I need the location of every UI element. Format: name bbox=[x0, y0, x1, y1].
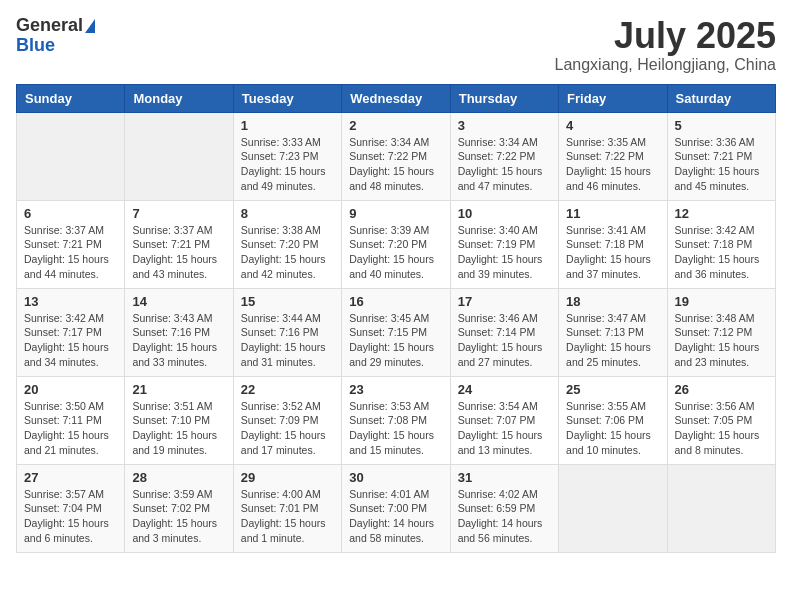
day-number: 6 bbox=[24, 206, 117, 221]
calendar-cell: 23Sunrise: 3:53 AM Sunset: 7:08 PM Dayli… bbox=[342, 376, 450, 464]
calendar-cell: 27Sunrise: 3:57 AM Sunset: 7:04 PM Dayli… bbox=[17, 464, 125, 552]
calendar-header-wednesday: Wednesday bbox=[342, 84, 450, 112]
calendar-cell: 3Sunrise: 3:34 AM Sunset: 7:22 PM Daylig… bbox=[450, 112, 558, 200]
calendar-header-monday: Monday bbox=[125, 84, 233, 112]
day-info: Sunrise: 4:02 AM Sunset: 6:59 PM Dayligh… bbox=[458, 487, 551, 546]
calendar-cell: 28Sunrise: 3:59 AM Sunset: 7:02 PM Dayli… bbox=[125, 464, 233, 552]
title-block: July 2025 Langxiang, Heilongjiang, China bbox=[555, 16, 777, 74]
day-info: Sunrise: 3:44 AM Sunset: 7:16 PM Dayligh… bbox=[241, 311, 334, 370]
logo-general-text: General bbox=[16, 16, 83, 36]
calendar-header-sunday: Sunday bbox=[17, 84, 125, 112]
day-number: 22 bbox=[241, 382, 334, 397]
logo-triangle-icon bbox=[85, 19, 95, 33]
calendar-cell: 25Sunrise: 3:55 AM Sunset: 7:06 PM Dayli… bbox=[559, 376, 667, 464]
calendar-cell: 12Sunrise: 3:42 AM Sunset: 7:18 PM Dayli… bbox=[667, 200, 775, 288]
day-number: 17 bbox=[458, 294, 551, 309]
location-subtitle: Langxiang, Heilongjiang, China bbox=[555, 56, 777, 74]
calendar-cell: 31Sunrise: 4:02 AM Sunset: 6:59 PM Dayli… bbox=[450, 464, 558, 552]
calendar-cell: 7Sunrise: 3:37 AM Sunset: 7:21 PM Daylig… bbox=[125, 200, 233, 288]
day-number: 9 bbox=[349, 206, 442, 221]
day-info: Sunrise: 3:37 AM Sunset: 7:21 PM Dayligh… bbox=[132, 223, 225, 282]
day-info: Sunrise: 3:47 AM Sunset: 7:13 PM Dayligh… bbox=[566, 311, 659, 370]
day-number: 1 bbox=[241, 118, 334, 133]
calendar-week-row: 6Sunrise: 3:37 AM Sunset: 7:21 PM Daylig… bbox=[17, 200, 776, 288]
day-info: Sunrise: 3:43 AM Sunset: 7:16 PM Dayligh… bbox=[132, 311, 225, 370]
logo: General Blue bbox=[16, 16, 95, 56]
day-info: Sunrise: 3:42 AM Sunset: 7:17 PM Dayligh… bbox=[24, 311, 117, 370]
calendar-cell: 8Sunrise: 3:38 AM Sunset: 7:20 PM Daylig… bbox=[233, 200, 341, 288]
calendar-cell: 21Sunrise: 3:51 AM Sunset: 7:10 PM Dayli… bbox=[125, 376, 233, 464]
day-info: Sunrise: 3:48 AM Sunset: 7:12 PM Dayligh… bbox=[675, 311, 768, 370]
calendar-header-saturday: Saturday bbox=[667, 84, 775, 112]
day-info: Sunrise: 3:45 AM Sunset: 7:15 PM Dayligh… bbox=[349, 311, 442, 370]
day-number: 18 bbox=[566, 294, 659, 309]
day-info: Sunrise: 3:50 AM Sunset: 7:11 PM Dayligh… bbox=[24, 399, 117, 458]
calendar-header-thursday: Thursday bbox=[450, 84, 558, 112]
day-info: Sunrise: 3:53 AM Sunset: 7:08 PM Dayligh… bbox=[349, 399, 442, 458]
calendar-cell: 13Sunrise: 3:42 AM Sunset: 7:17 PM Dayli… bbox=[17, 288, 125, 376]
logo-blue-text: Blue bbox=[16, 36, 55, 56]
calendar-cell: 4Sunrise: 3:35 AM Sunset: 7:22 PM Daylig… bbox=[559, 112, 667, 200]
day-info: Sunrise: 3:56 AM Sunset: 7:05 PM Dayligh… bbox=[675, 399, 768, 458]
day-number: 25 bbox=[566, 382, 659, 397]
day-info: Sunrise: 3:42 AM Sunset: 7:18 PM Dayligh… bbox=[675, 223, 768, 282]
day-number: 29 bbox=[241, 470, 334, 485]
day-number: 19 bbox=[675, 294, 768, 309]
day-number: 8 bbox=[241, 206, 334, 221]
day-info: Sunrise: 3:38 AM Sunset: 7:20 PM Dayligh… bbox=[241, 223, 334, 282]
day-info: Sunrise: 3:35 AM Sunset: 7:22 PM Dayligh… bbox=[566, 135, 659, 194]
calendar-cell: 20Sunrise: 3:50 AM Sunset: 7:11 PM Dayli… bbox=[17, 376, 125, 464]
calendar-header-friday: Friday bbox=[559, 84, 667, 112]
day-number: 11 bbox=[566, 206, 659, 221]
calendar-cell: 19Sunrise: 3:48 AM Sunset: 7:12 PM Dayli… bbox=[667, 288, 775, 376]
day-info: Sunrise: 3:51 AM Sunset: 7:10 PM Dayligh… bbox=[132, 399, 225, 458]
calendar-cell: 1Sunrise: 3:33 AM Sunset: 7:23 PM Daylig… bbox=[233, 112, 341, 200]
day-info: Sunrise: 4:01 AM Sunset: 7:00 PM Dayligh… bbox=[349, 487, 442, 546]
calendar-week-row: 20Sunrise: 3:50 AM Sunset: 7:11 PM Dayli… bbox=[17, 376, 776, 464]
day-info: Sunrise: 3:39 AM Sunset: 7:20 PM Dayligh… bbox=[349, 223, 442, 282]
page-header: General Blue July 2025 Langxiang, Heilon… bbox=[16, 16, 776, 74]
calendar-header-tuesday: Tuesday bbox=[233, 84, 341, 112]
day-info: Sunrise: 3:33 AM Sunset: 7:23 PM Dayligh… bbox=[241, 135, 334, 194]
day-info: Sunrise: 3:54 AM Sunset: 7:07 PM Dayligh… bbox=[458, 399, 551, 458]
calendar-cell: 24Sunrise: 3:54 AM Sunset: 7:07 PM Dayli… bbox=[450, 376, 558, 464]
day-number: 5 bbox=[675, 118, 768, 133]
day-number: 21 bbox=[132, 382, 225, 397]
day-number: 10 bbox=[458, 206, 551, 221]
calendar-cell: 5Sunrise: 3:36 AM Sunset: 7:21 PM Daylig… bbox=[667, 112, 775, 200]
calendar-cell: 10Sunrise: 3:40 AM Sunset: 7:19 PM Dayli… bbox=[450, 200, 558, 288]
day-number: 26 bbox=[675, 382, 768, 397]
day-number: 28 bbox=[132, 470, 225, 485]
calendar-cell: 15Sunrise: 3:44 AM Sunset: 7:16 PM Dayli… bbox=[233, 288, 341, 376]
day-info: Sunrise: 4:00 AM Sunset: 7:01 PM Dayligh… bbox=[241, 487, 334, 546]
calendar-week-row: 1Sunrise: 3:33 AM Sunset: 7:23 PM Daylig… bbox=[17, 112, 776, 200]
day-info: Sunrise: 3:55 AM Sunset: 7:06 PM Dayligh… bbox=[566, 399, 659, 458]
day-info: Sunrise: 3:34 AM Sunset: 7:22 PM Dayligh… bbox=[458, 135, 551, 194]
day-info: Sunrise: 3:52 AM Sunset: 7:09 PM Dayligh… bbox=[241, 399, 334, 458]
day-info: Sunrise: 3:41 AM Sunset: 7:18 PM Dayligh… bbox=[566, 223, 659, 282]
calendar-cell: 17Sunrise: 3:46 AM Sunset: 7:14 PM Dayli… bbox=[450, 288, 558, 376]
day-number: 4 bbox=[566, 118, 659, 133]
calendar-cell: 9Sunrise: 3:39 AM Sunset: 7:20 PM Daylig… bbox=[342, 200, 450, 288]
calendar-cell: 16Sunrise: 3:45 AM Sunset: 7:15 PM Dayli… bbox=[342, 288, 450, 376]
day-number: 20 bbox=[24, 382, 117, 397]
calendar-cell: 30Sunrise: 4:01 AM Sunset: 7:00 PM Dayli… bbox=[342, 464, 450, 552]
day-number: 2 bbox=[349, 118, 442, 133]
day-info: Sunrise: 3:37 AM Sunset: 7:21 PM Dayligh… bbox=[24, 223, 117, 282]
calendar-cell: 26Sunrise: 3:56 AM Sunset: 7:05 PM Dayli… bbox=[667, 376, 775, 464]
day-number: 7 bbox=[132, 206, 225, 221]
day-number: 23 bbox=[349, 382, 442, 397]
calendar-week-row: 27Sunrise: 3:57 AM Sunset: 7:04 PM Dayli… bbox=[17, 464, 776, 552]
day-number: 30 bbox=[349, 470, 442, 485]
calendar-cell: 22Sunrise: 3:52 AM Sunset: 7:09 PM Dayli… bbox=[233, 376, 341, 464]
calendar-cell: 2Sunrise: 3:34 AM Sunset: 7:22 PM Daylig… bbox=[342, 112, 450, 200]
day-number: 13 bbox=[24, 294, 117, 309]
calendar-cell bbox=[559, 464, 667, 552]
calendar-cell: 11Sunrise: 3:41 AM Sunset: 7:18 PM Dayli… bbox=[559, 200, 667, 288]
day-number: 27 bbox=[24, 470, 117, 485]
calendar-cell: 18Sunrise: 3:47 AM Sunset: 7:13 PM Dayli… bbox=[559, 288, 667, 376]
day-number: 15 bbox=[241, 294, 334, 309]
calendar-cell bbox=[667, 464, 775, 552]
calendar-cell: 6Sunrise: 3:37 AM Sunset: 7:21 PM Daylig… bbox=[17, 200, 125, 288]
calendar-cell: 14Sunrise: 3:43 AM Sunset: 7:16 PM Dayli… bbox=[125, 288, 233, 376]
